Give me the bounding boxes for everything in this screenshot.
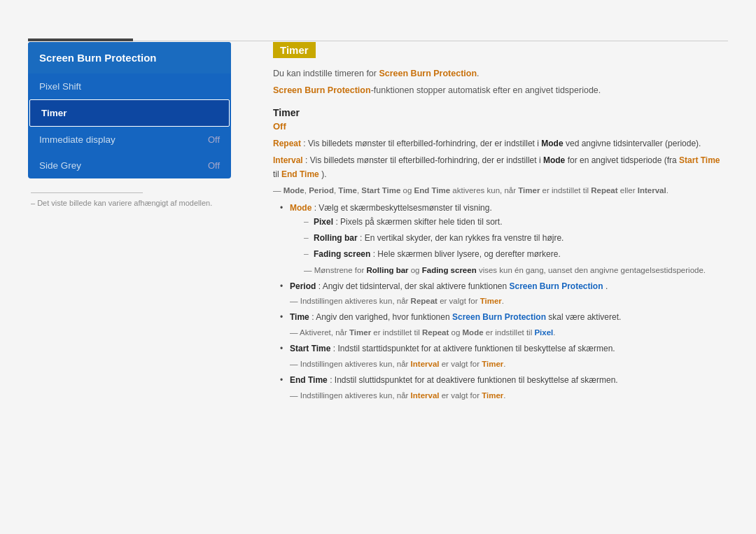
note-starttime: — Indstillingen aktiveres kun, når Inter… (290, 358, 728, 371)
sidebar-item-pixel-shift[interactable]: Pixel Shift (28, 73, 231, 99)
content-intro1-text: Du kan indstille timeren for (273, 69, 379, 78)
sidebar-item-pixel-shift-label: Pixel Shift (39, 81, 81, 92)
endtime-text: : Indstil sluttidspunktet for at deaktiv… (330, 375, 618, 385)
interval-ref2: Interval (411, 391, 440, 400)
timer-ref1: Timer (480, 297, 502, 305)
starttime-text: : Indstil starttidspunktet for at aktive… (333, 344, 615, 353)
rolling-bar-label: Rolling bar (314, 233, 358, 243)
interval-starttime: Start Time (679, 155, 720, 165)
pixel-item: Pixel : Pixels på skærmen skifter hele t… (304, 216, 728, 230)
interval-for: for en angivet tidsperiode (fra (568, 155, 679, 165)
period-item: Period : Angiv det tidsinterval, der ska… (280, 280, 728, 309)
content-intro1: Du kan indstille timeren for Screen Burn… (273, 66, 728, 80)
rolling-bar-text: : En vertikal skyder, der kan rykkes fra… (360, 233, 564, 243)
mode-label: Mode (290, 203, 312, 213)
period-end: . (606, 281, 608, 291)
repeat-para: Repeat : Vis billedets mønster til efter… (273, 137, 728, 151)
sidebar-item-side-grey[interactable]: Side Grey Off (28, 153, 231, 178)
period-label: Period (290, 281, 316, 291)
sidebar-item-side-grey-value: Off (208, 160, 220, 171)
interval-para: Interval : Vis billedets mønster til eft… (273, 154, 728, 182)
fading-ref: Fading screen (422, 266, 477, 274)
starttime-item: Start Time : Indstil starttidspunktet fo… (280, 342, 728, 371)
note-period: — Indstillingen aktiveres kun, når Repea… (290, 295, 728, 308)
sidebar-item-side-grey-label: Side Grey (39, 160, 81, 171)
content-body: Repeat : Vis billedets mønster til efter… (273, 137, 728, 402)
main-list: Mode : Vælg et skærmbeskyttelsesmønster … (280, 202, 728, 402)
pixel-text: : Pixels på skærmen skifter hele tiden t… (335, 217, 502, 227)
note1-text: Mode, Period, Time, Start Time og End Ti… (284, 186, 668, 195)
time-rest: skal være aktiveret. (548, 312, 621, 322)
content-intro2: Screen Burn Protection-funktionen stoppe… (273, 83, 728, 97)
sidebar-item-timer-label: Timer (41, 108, 67, 118)
pixel-label: Pixel (314, 217, 333, 227)
content-intro2-rest: -funktionen stopper automatisk efter en … (371, 85, 601, 95)
sidebar-item-immediate-display[interactable]: Immediate display Off (28, 127, 231, 153)
note1: Mode, Period, Time, Start Time og End Ti… (273, 184, 728, 197)
timer-ref2: Timer (482, 360, 503, 368)
rolling-ref: Rolling bar (366, 266, 408, 274)
page-container: Screen Burn Protection Pixel Shift Timer… (0, 0, 756, 534)
mode-sublist: Pixel : Pixels på skærmen skifter hele t… (304, 216, 728, 261)
sidebar: Screen Burn Protection Pixel Shift Timer… (28, 42, 231, 506)
time-link: Screen Burn Protection (452, 312, 546, 322)
section-title: Timer (273, 107, 728, 118)
sidebar-menu: Screen Burn Protection Pixel Shift Timer… (28, 42, 231, 178)
interval-ref1: Interval (411, 360, 440, 368)
timer-ref3: Timer (482, 391, 503, 400)
status-off: Off (273, 121, 728, 132)
note-time: — Aktiveret, når Timer er indstillet til… (290, 326, 728, 339)
top-divider (28, 41, 728, 41)
sidebar-note-divider (31, 192, 143, 193)
time-item: Time : Angiv den varighed, hvor funktion… (280, 311, 728, 339)
sidebar-item-immediate-display-value: Off (208, 134, 220, 145)
pixel-ref: Pixel (534, 328, 553, 337)
interval-endtime: End Time (281, 169, 319, 179)
endtime-label: End Time (290, 375, 328, 385)
sidebar-item-timer[interactable]: Timer (29, 99, 230, 127)
top-divider-accent (28, 38, 133, 41)
rolling-bar-item: Rolling bar : En vertikal skyder, der ka… (304, 232, 728, 246)
period-text: : Angiv det tidsinterval, der skal aktiv… (318, 281, 510, 291)
repeat-mode: Mode (541, 139, 563, 148)
endtime-item: End Time : Indstil sluttidspunktet for a… (280, 374, 728, 402)
sidebar-title: Screen Burn Protection (28, 42, 231, 73)
interval-label: Interval (273, 155, 303, 165)
fading-screen-item: Fading screen : Hele skærmen bliver lyse… (304, 248, 728, 262)
content-intro1-end: . (477, 69, 479, 78)
period-link: Screen Burn Protection (510, 281, 603, 291)
content-intro1-link: Screen Burn Protection (379, 69, 477, 78)
interval-mode: Mode (543, 155, 565, 165)
fading-screen-text: : Hele skærmen bliver lysere, og derefte… (373, 249, 561, 259)
time-text: : Angiv den varighed, hvor funktionen (312, 312, 452, 322)
content-title: Timer (273, 42, 316, 58)
interval-to: til (273, 169, 281, 179)
interval-end: ). (321, 169, 326, 179)
repeat-label: Repeat (273, 139, 301, 148)
starttime-label: Start Time (290, 344, 330, 353)
sidebar-note: – Det viste billede kan variere afhængig… (28, 192, 231, 207)
sidebar-note-text: – Det viste billede kan variere afhængig… (31, 199, 228, 207)
fading-screen-label: Fading screen (314, 249, 370, 259)
repeat-rest: ved angivne tidsintervaller (periode). (566, 139, 701, 148)
mode-item: Mode : Vælg et skærmbeskyttelsesmønster … (280, 202, 728, 276)
content-intro2-link: Screen Burn Protection (273, 85, 371, 95)
sidebar-item-immediate-display-label: Immediate display (39, 134, 115, 145)
mode-text: : Vælg et skærmbeskyttelsesmønster til v… (314, 203, 492, 213)
interval-text: : Vis billedets mønster til efterbilled-… (305, 155, 543, 165)
repeat-text: : Vis billedets mønster til efterbilled-… (303, 139, 541, 148)
content-area: Timer Du kan indstille timeren for Scree… (259, 42, 728, 506)
time-label: Time (290, 312, 309, 322)
note-rolling: — Mønstrene for Rolling bar og Fading sc… (304, 264, 728, 277)
note-endtime: — Indstillingen aktiveres kun, når Inter… (290, 389, 728, 402)
